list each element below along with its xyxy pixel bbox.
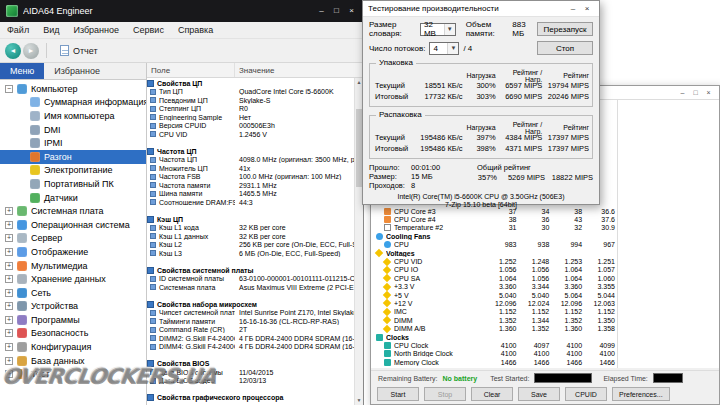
sensor-row--5-v[interactable]: +5 V5.0405.0405.0645.044 (375, 291, 615, 299)
tree-expand-toggle[interactable]: + (5, 316, 13, 324)
benchmark-minimize-icon[interactable]: – (566, 4, 580, 13)
stability-maximize-icon[interactable]: □ (689, 89, 702, 96)
sidebar-item-security[interactable]: +Безопасность (0, 327, 146, 341)
sensor-row--3-3-v[interactable]: +3.3 V3.3603.3443.3603.355 (375, 283, 615, 291)
sidebar-item-devices[interactable]: +Устройства (0, 300, 146, 314)
sidebar-item-software[interactable]: +Программы (0, 313, 146, 327)
sensor-row-north-bridge-clock[interactable]: North Bridge Clock4100410041004100 (375, 350, 615, 358)
tree-expand-toggle[interactable]: + (5, 234, 13, 242)
sidebar-item-summary[interactable]: Суммарная информация (0, 96, 146, 110)
sidebar-item-computer-name[interactable]: Имя компьютера (0, 109, 146, 123)
sensor-row--12-v[interactable]: +12 V12.09612.02412.09612.063 (375, 299, 615, 307)
sidebar-item-power[interactable]: Электропитание (0, 164, 146, 178)
tree-expand-toggle[interactable]: + (5, 248, 13, 256)
scroll-up-icon[interactable]: ▲ (357, 78, 362, 87)
tree-expand-toggle[interactable]: + (5, 221, 13, 229)
sidebar-item-network[interactable]: +Сеть (0, 286, 146, 300)
tree-expand-toggle[interactable]: + (5, 275, 13, 283)
report-row[interactable]: Тип ЦПQuadCore Intel Core i5-6600K (147, 88, 363, 97)
report-row[interactable]: DIMM2: G.Skill F4-2400C16-4GNT4 ГБ DDR4-… (147, 334, 363, 343)
report-row[interactable]: Command Rate (CR)2T (147, 326, 363, 335)
report-button[interactable]: Отчет (54, 42, 104, 59)
tree-expand-toggle[interactable]: + (5, 329, 13, 337)
tree-expand-toggle[interactable]: + (5, 370, 13, 378)
sidebar-item-ipmi[interactable]: IPMI (0, 136, 146, 150)
forward-icon[interactable]: ► (23, 43, 39, 59)
sensor-row-dimm-a-b[interactable]: DIMM A/B1.3601.3521.3601.358 (375, 324, 615, 332)
sensor-row-temperature-2[interactable]: Temperature #231303230.9 (375, 224, 615, 232)
sensor-row-cpu-sa[interactable]: CPU SA1.0641.0561.0641.060 (375, 274, 615, 282)
report-row[interactable]: Версия CPUID000506E3h (147, 122, 363, 131)
sidebar-tab-1[interactable]: Избранное (44, 63, 110, 79)
tree-expand-toggle[interactable]: + (5, 343, 13, 351)
report-row[interactable]: DIMM4: G.Skill F4-2400C16-4GNT4 ГБ DDR4-… (147, 343, 363, 352)
report-row[interactable]: Кэш L36 МБ (On-Die, ECC, Full-Speed) (147, 249, 363, 258)
report-row[interactable]: Частота ЦП4098.0 MHz (оригинал: 3500 MHz… (147, 156, 363, 165)
report-row[interactable]: Множитель ЦП41x (147, 164, 363, 173)
sensor-row-dimm[interactable]: DIMM1.3521.3441.3521.350 (375, 316, 615, 324)
sensor-row-cpu-vid[interactable]: CPU VID1.2521.2481.2531.251 (375, 257, 615, 265)
report-row[interactable]: CPU VID1.2456 V (147, 130, 363, 139)
sidebar-item-display[interactable]: +Отображение (0, 245, 146, 259)
sidebar-item-config[interactable]: +Конфигурация (0, 340, 146, 354)
sidebar-item-laptop[interactable]: Портативный ПК (0, 177, 146, 191)
sidebar-item-storage[interactable]: +Хранение данных (0, 272, 146, 286)
stop-button[interactable]: Stop (424, 387, 466, 401)
sensor-row-memory-clock[interactable]: Memory Clock1466146614661466 (375, 358, 615, 366)
report-row[interactable]: Кэш L1 кода32 KB per core (147, 224, 363, 233)
column-header-field[interactable]: Поле (147, 63, 235, 77)
report-row[interactable]: Соотношение DRAM:FSB44:3 (147, 198, 363, 207)
sidebar-item-overclock[interactable]: Разгон (0, 150, 146, 164)
sidebar-tab-0[interactable]: Меню (0, 63, 44, 79)
stop-benchmark-button[interactable]: Стоп (537, 41, 593, 55)
sidebar-item-server[interactable]: +Сервер (0, 232, 146, 246)
sidebar-item-benchmark[interactable]: +Тест (0, 367, 146, 381)
sidebar-item-dmi[interactable]: DMI (0, 123, 146, 137)
sidebar-item-computer[interactable]: −Компьютер (0, 82, 146, 96)
back-icon[interactable]: ◄ (5, 43, 21, 59)
close-icon[interactable]: × (344, 0, 359, 22)
preferences-button[interactable]: Preferences... (612, 387, 670, 401)
report-row[interactable]: Шина памяти1465.5 MHz (147, 190, 363, 199)
sensor-row-cpu-io[interactable]: CPU IO1.0561.0561.0641.057 (375, 266, 615, 274)
menu-item-4[interactable]: Справка (171, 25, 220, 35)
menu-item-2[interactable]: Избранное (66, 25, 126, 35)
minimize-icon[interactable]: – (314, 0, 329, 22)
tree-expand-toggle[interactable]: + (5, 207, 13, 215)
tree-expand-toggle[interactable]: + (5, 289, 13, 297)
report-row[interactable]: ID системной платы63-0100-000001-0010111… (147, 275, 363, 284)
sidebar-item-database[interactable]: +База данных (0, 354, 146, 368)
sidebar-item-motherboard[interactable]: +Системная плата (0, 204, 146, 218)
clear-button[interactable]: Clear (471, 387, 513, 401)
sensor-row-imc[interactable]: IMC1.1521.1521.1521.152 (375, 308, 615, 316)
report-row[interactable]: Частота памяти2931.1 MHz (147, 181, 363, 190)
sensor-row-cpu-core-4[interactable]: CPU Core #438364337.6 (375, 215, 615, 223)
tree-expand-toggle[interactable]: + (5, 262, 13, 270)
sensor-row-cpu-clock[interactable]: CPU Clock4100409741004099 (375, 341, 615, 349)
scroll-down-icon[interactable]: ▼ (357, 396, 362, 405)
menu-item-1[interactable]: Вид (36, 25, 66, 35)
sensor-row-cpu-core-3[interactable]: CPU Core #337343836.6 (375, 207, 615, 215)
column-header-value[interactable]: Значение (235, 66, 274, 75)
sensor-row-cpu[interactable]: CPU983938994967 (375, 241, 615, 249)
sidebar-item-sensor[interactable]: Датчики (0, 191, 146, 205)
save-button[interactable]: Save (518, 387, 560, 401)
sidebar-item-os[interactable]: +Операционная система (0, 218, 146, 232)
report-row[interactable]: Дата BIOS системы11/04/2015 (147, 368, 363, 377)
start-button[interactable]: Start (377, 387, 419, 401)
benchmark-close-icon[interactable]: × (580, 4, 594, 13)
report-row[interactable]: Степпинг ЦПR0 (147, 105, 363, 114)
report-row[interactable]: Кэш L2256 KB per core (On-Die, ECC, Full… (147, 241, 363, 250)
report-row[interactable]: Engineering SampleНет (147, 113, 363, 122)
report-row[interactable]: Кэш L1 данных32 KB per core (147, 232, 363, 241)
report-row[interactable]: Чипсет системной платыIntel Sunrise Poin… (147, 309, 363, 318)
tree-expand-toggle[interactable]: + (5, 302, 13, 310)
report-row[interactable]: Тайминги памяти16-16-16-36 (CL-RCD-RP-RA… (147, 317, 363, 326)
menu-item-3[interactable]: Сервис (126, 25, 171, 35)
tree-expand-toggle[interactable]: + (5, 357, 13, 365)
report-row[interactable]: Частота FSB100.0 MHz (оригинал: 100 MHz) (147, 173, 363, 182)
tree-expand-toggle[interactable]: − (5, 85, 13, 93)
sidebar-item-multimedia[interactable]: +Мультимедиа (0, 259, 146, 273)
stability-minimize-icon[interactable]: – (676, 89, 689, 96)
stability-close-icon[interactable]: × (702, 89, 715, 96)
